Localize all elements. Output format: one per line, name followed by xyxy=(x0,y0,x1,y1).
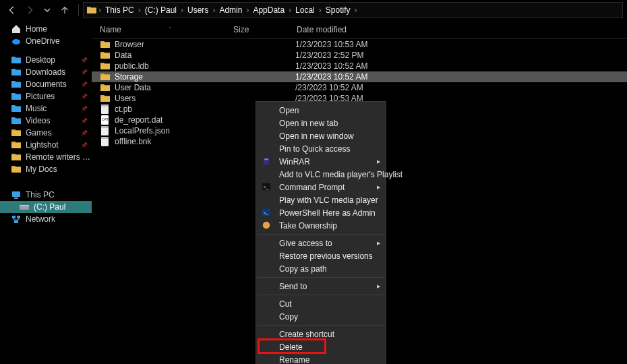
folder-icon xyxy=(100,39,111,50)
context-menu-item[interactable]: Send to▶ xyxy=(256,280,386,293)
navigation-bar: › This PC›(C:) Paul›Users›Admin›AppData›… xyxy=(0,0,627,20)
context-menu-item[interactable]: Add to VLC media player's Playlist xyxy=(256,168,386,181)
context-menu-label: Command Prompt xyxy=(279,183,345,192)
context-menu-separator xyxy=(257,277,385,278)
forward-button[interactable] xyxy=(22,2,38,18)
svg-rect-3 xyxy=(12,191,20,197)
pin-icon: 📌 xyxy=(81,57,88,63)
sidebar-item[interactable]: (C:) Paul xyxy=(0,201,92,213)
sidebar-item[interactable]: Remote writers tech xyxy=(0,151,92,163)
drive-icon xyxy=(19,202,30,212)
context-menu-label: Open xyxy=(279,106,299,115)
context-menu-label: Take Ownership xyxy=(279,221,337,231)
context-menu-separator xyxy=(257,295,385,295)
file-icon xyxy=(100,125,111,136)
file-row[interactable]: public.ldb1/23/2023 10:52 AM xyxy=(92,61,627,71)
column-header-size[interactable]: Size xyxy=(225,25,289,34)
sidebar-item[interactable]: My Docs xyxy=(0,163,92,175)
context-menu-label: Delete xyxy=(279,342,303,352)
sidebar-item-label: Network xyxy=(26,214,55,224)
sidebar-item[interactable]: Lightshot📌 xyxy=(0,139,92,151)
chevron-right-icon: › xyxy=(318,5,323,15)
address-bar[interactable]: › This PC›(C:) Paul›Users›Admin›AppData›… xyxy=(83,2,623,18)
sidebar-item[interactable]: Network xyxy=(0,213,92,225)
breadcrumb-segment[interactable]: Users xyxy=(185,5,211,15)
context-menu-item[interactable]: Give access to▶ xyxy=(256,237,386,249)
sidebar-item[interactable]: Pictures📌 xyxy=(0,90,92,102)
sidebar-item-label: Pictures xyxy=(26,92,55,101)
svg-rect-9 xyxy=(14,220,18,223)
context-menu-item[interactable]: Open xyxy=(256,104,386,117)
sidebar-item[interactable]: Downloads📌 xyxy=(0,66,92,78)
breadcrumb-segment[interactable]: (C:) Paul xyxy=(142,5,179,15)
svg-text:>_: >_ xyxy=(264,210,269,214)
sidebar-item-label: (C:) Paul xyxy=(34,202,65,212)
context-menu-item[interactable]: Take Ownership xyxy=(256,219,386,232)
file-date: 1/23/2023 10:52 AM xyxy=(295,61,367,71)
context-menu-item[interactable]: Copy as path xyxy=(256,262,386,275)
sidebar-item[interactable]: Music📌 xyxy=(0,102,92,115)
context-menu-label: Pin to Quick access xyxy=(279,144,350,154)
breadcrumb-segment[interactable]: This PC xyxy=(102,5,137,15)
chevron-right-icon: › xyxy=(179,5,185,15)
file-row[interactable]: Storage1/23/2023 10:52 AM xyxy=(92,71,627,82)
sidebar-item[interactable]: Desktop📌 xyxy=(0,54,92,66)
file-name: Data xyxy=(115,51,232,60)
context-menu-label: Open in new window xyxy=(279,131,354,141)
pin-icon: 📌 xyxy=(81,106,88,112)
breadcrumb-segment[interactable]: AppData xyxy=(250,5,287,15)
context-menu-item[interactable]: Pin to Quick access xyxy=(256,142,386,155)
submenu-arrow-icon: ▶ xyxy=(377,185,380,190)
submenu-arrow-icon: ▶ xyxy=(377,241,380,246)
file-name: Users xyxy=(115,94,232,103)
file-row[interactable]: Data1/23/2023 2:52 PM xyxy=(92,50,627,61)
recent-locations-button[interactable] xyxy=(39,2,55,18)
sidebar-item[interactable]: Documents📌 xyxy=(0,78,92,90)
pin-icon: 📌 xyxy=(81,69,88,75)
back-button[interactable] xyxy=(4,2,20,18)
sidebar-item[interactable]: Home xyxy=(0,23,92,35)
context-menu-item[interactable]: Restore previous versions xyxy=(256,249,386,262)
column-header-name[interactable]: Name˄ xyxy=(92,25,225,34)
file-name: offline.bnk xyxy=(115,137,232,146)
network-icon xyxy=(11,214,22,224)
breadcrumb-segment[interactable]: Local xyxy=(293,5,318,15)
desktop-icon xyxy=(11,55,22,65)
downloads-icon xyxy=(11,67,22,78)
context-menu-label: Play with VLC media player xyxy=(279,195,378,205)
sidebar-item-label: Videos xyxy=(26,116,50,125)
breadcrumb-segment[interactable]: Spotify xyxy=(323,5,353,15)
sidebar-item[interactable]: Games📌 xyxy=(0,127,92,139)
context-menu-item[interactable]: >_PowerShell Here as Admin xyxy=(256,206,386,219)
folder-icon xyxy=(100,82,111,93)
context-menu-item[interactable]: Create shortcut xyxy=(256,328,386,340)
context-menu-item[interactable]: >_Command Prompt▶ xyxy=(256,181,386,193)
context-menu-label: Copy xyxy=(279,312,298,322)
sidebar-item[interactable]: OneDrive xyxy=(0,35,92,47)
context-menu-item[interactable]: WinRAR▶ xyxy=(256,155,386,168)
submenu-arrow-icon: ▶ xyxy=(377,159,380,164)
svg-point-18 xyxy=(263,221,270,229)
column-header-date[interactable]: Date modified xyxy=(289,25,627,34)
folder-icon xyxy=(11,164,22,175)
pin-icon: 📌 xyxy=(81,94,88,100)
file-row[interactable]: Browser1/23/2023 10:53 AM xyxy=(92,39,627,50)
context-menu-item[interactable]: Delete xyxy=(256,340,386,353)
file-row[interactable]: User Data/23/2023 10:52 AM xyxy=(92,82,627,93)
address-folder-icon xyxy=(86,5,97,16)
context-menu-item[interactable]: Open in new window xyxy=(256,129,386,142)
svg-rect-6 xyxy=(20,205,29,206)
up-button[interactable] xyxy=(57,2,73,18)
sort-indicator-icon: ˄ xyxy=(169,26,172,33)
sidebar-item[interactable]: This PC xyxy=(0,189,92,201)
context-menu-item[interactable]: Copy xyxy=(256,310,386,323)
context-menu-item[interactable]: Cut xyxy=(256,297,386,310)
context-menu-item[interactable]: Open in new tab xyxy=(256,117,386,129)
context-menu-item[interactable]: Play with VLC media player xyxy=(256,193,386,206)
breadcrumb-segment[interactable]: Admin xyxy=(216,5,245,15)
svg-rect-7 xyxy=(12,216,16,218)
sidebar-item[interactable]: Videos📌 xyxy=(0,115,92,127)
powershell-icon: >_ xyxy=(262,208,272,218)
context-menu-item[interactable]: Rename xyxy=(256,353,386,364)
pin-icon: 📌 xyxy=(81,142,88,148)
